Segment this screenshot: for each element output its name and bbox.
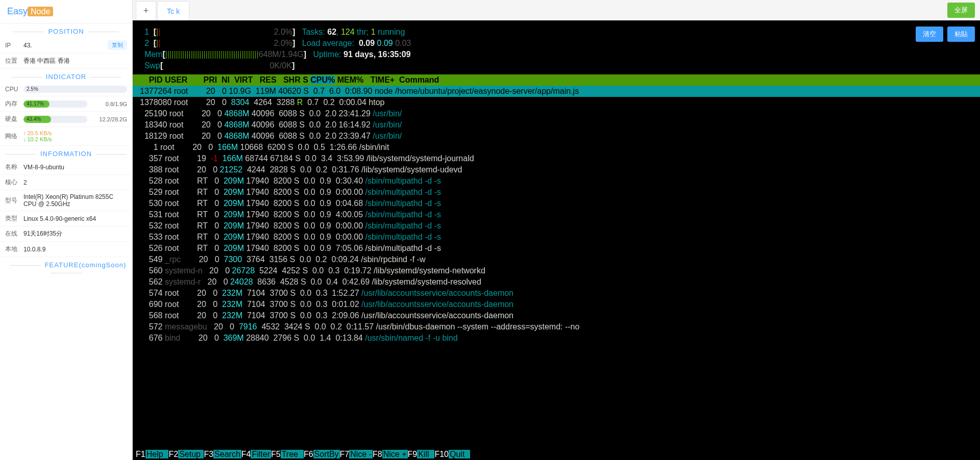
terminal[interactable]: 1 [|| 2.0%] Tasks: 62, 124 thr; 1 runnin… (133, 20, 980, 460)
row-cores: 核心2 (0, 175, 132, 190)
table-row[interactable]: 562 systemd-r 20 0 24028 8636 4528 S 0.0… (133, 276, 980, 288)
clear-button[interactable]: 清空 (916, 27, 943, 42)
add-tab-button[interactable]: + (136, 1, 156, 20)
row-cpu: CPU 2.5% (0, 83, 132, 96)
logo: EasyNode (0, 0, 132, 23)
net-label: 网络 (5, 132, 23, 141)
mem-pct: 41.17% (27, 100, 44, 108)
loc-value: 香港 中西區 香港 (23, 57, 127, 65)
row-location: 位置 香港 中西區 香港 (0, 54, 132, 69)
tabbar: + Tc k (133, 0, 980, 20)
row-online: 在线91天16时35分 (0, 226, 132, 242)
table-row[interactable]: 572 messagebu 20 0 7916 4532 3424 S 0.0 … (133, 321, 980, 333)
table-row[interactable]: 1377264 root 20 0 10.9G 119M 40620 S 0.7… (133, 86, 980, 97)
mem-meter: Mem[||||||||||||||||||||||||||||||||||||… (133, 49, 980, 60)
table-row[interactable]: 533 root RT 0 209M 17940 8200 S 0.0 0.9 … (133, 232, 980, 243)
row-model: 型号Intel(R) Xeon(R) Platinum 8255C CPU @ … (0, 190, 132, 211)
table-header[interactable]: PID USER PRI NI VIRT RES SHR S CPU% MEM%… (133, 74, 980, 86)
table-row[interactable]: 532 root RT 0 209M 17940 8200 S 0.0 0.9 … (133, 220, 980, 232)
table-row[interactable]: 18340 root 20 0 4868M 40096 6088 S 0.0 2… (133, 119, 980, 131)
row-name: 名称VM-8-9-ubuntu (0, 160, 132, 175)
table-row[interactable]: 531 root RT 0 209M 17940 8200 S 0.0 0.9 … (133, 209, 980, 220)
net-down: ↓10.2 KB/s (23, 136, 127, 142)
arrow-down-icon: ↓ (23, 136, 27, 142)
cpu-pct: 2.5% (27, 86, 38, 93)
table-row[interactable]: 530 root RT 0 209M 17940 8200 S 0.0 0.9 … (133, 198, 980, 209)
disk-bar: 43.4% (23, 116, 87, 123)
row-ip: IP 43. 复制 (0, 37, 132, 54)
table-row[interactable]: 676 bind 20 0 369M 28840 2796 S 0.0 1.4 … (133, 333, 980, 344)
fullscreen-button[interactable]: 全屏 (947, 3, 975, 18)
table-row[interactable]: 529 root RT 0 209M 17940 8200 S 0.0 0.9 … (133, 187, 980, 198)
row-net: 网络 ↑20.5 KB/s ↓10.2 KB/s (0, 127, 132, 146)
terminal-controls: 清空 粘貼 (916, 27, 975, 42)
net-up: ↑20.5 KB/s (23, 130, 127, 136)
section-feature: FEATURE(comingSoon) (0, 257, 132, 278)
table-row[interactable]: 388 root 20 0 21252 4244 2828 S 0.0 0.2 … (133, 164, 980, 175)
row-type: 类型Linux 5.4.0-90-generic x64 (0, 211, 132, 226)
mem-bar: 41.17% (23, 100, 87, 108)
main: + Tc k 全屏 清空 粘貼 1 [|| 2.0%] Tasks: 62, 1… (133, 0, 980, 460)
disk-label: 硬盘 (5, 115, 23, 123)
ip-label: IP (5, 42, 23, 49)
table-row[interactable]: 528 root RT 0 209M 17940 8200 S 0.0 0.9 … (133, 175, 980, 187)
tab-active[interactable]: Tc k (157, 1, 189, 20)
loc-label: 位置 (5, 57, 23, 65)
table-row[interactable]: 1378080 root 20 0 8304 4264 3288 R 0.7 0… (133, 97, 980, 108)
section-position: POSITION (0, 23, 132, 37)
row-disk: 硬盘 43.4% 12.2/28.2G (0, 112, 132, 127)
logo-part1: Easy (7, 6, 28, 16)
sidebar: EasyNode POSITION IP 43. 复制 位置 香港 中西區 香港… (0, 0, 133, 460)
process-table: PID USER PRI NI VIRT RES SHR S CPU% MEM%… (133, 74, 980, 344)
table-row[interactable]: 690 root 20 0 232M 7104 3700 S 0.0 0.3 0… (133, 299, 980, 310)
section-indicator: INDICATOR (0, 69, 132, 83)
mem-right: 0.8/1.9G (91, 101, 127, 107)
mem-label: 内存 (5, 99, 23, 108)
disk-pct: 43.4% (27, 116, 41, 123)
section-information: INFORMATION (0, 146, 132, 160)
arrow-up-icon: ↑ (23, 130, 27, 136)
table-row[interactable]: 1 root 20 0 166M 10668 6200 S 0.0 0.5 1:… (133, 142, 980, 153)
table-row[interactable]: 18129 root 20 0 4868M 40096 6088 S 0.0 2… (133, 131, 980, 142)
cpu2-meter: 2 [|| 2.0%] Load average: 0.09 0.09 0.03 (133, 38, 980, 49)
table-row[interactable]: 357 root 19 -1 166M 68744 67184 S 0.0 3.… (133, 153, 980, 164)
table-row[interactable]: 568 root 20 0 232M 7104 3700 S 0.0 0.3 2… (133, 310, 980, 321)
logo-part2: Node (28, 7, 53, 16)
ip-value: 43. (23, 42, 108, 49)
disk-right: 12.2/28.2G (91, 116, 127, 122)
cpu-bar: 2.5% (23, 86, 127, 93)
table-row[interactable]: 560 systemd-n 20 0 26728 5224 4252 S 0.0… (133, 265, 980, 276)
cpu-label: CPU (5, 86, 23, 93)
table-row[interactable]: 526 root RT 0 209M 17940 8200 S 0.0 0.9 … (133, 243, 980, 254)
row-local: 本地10.0.8.9 (0, 242, 132, 257)
table-row[interactable]: 549 _rpc 20 0 7300 3764 3156 S 0.0 0.2 0… (133, 254, 980, 265)
row-mem: 内存 41.17% 0.8/1.9G (0, 96, 132, 112)
copy-button[interactable]: 复制 (108, 40, 127, 50)
cpu1-meter: 1 [|| 2.0%] Tasks: 62, 124 thr; 1 runnin… (133, 27, 980, 38)
table-row[interactable]: 574 root 20 0 232M 7104 3700 S 0.0 0.3 1… (133, 288, 980, 299)
swp-meter: Swp[ 0K/0K] (133, 60, 980, 71)
fn-footer[interactable]: F1Help F2Setup F3SearchF4FilterF5Tree F6… (133, 449, 980, 460)
table-row[interactable]: 25190 root 20 0 4868M 40096 6088 S 0.0 2… (133, 108, 980, 119)
paste-button[interactable]: 粘貼 (947, 27, 975, 42)
